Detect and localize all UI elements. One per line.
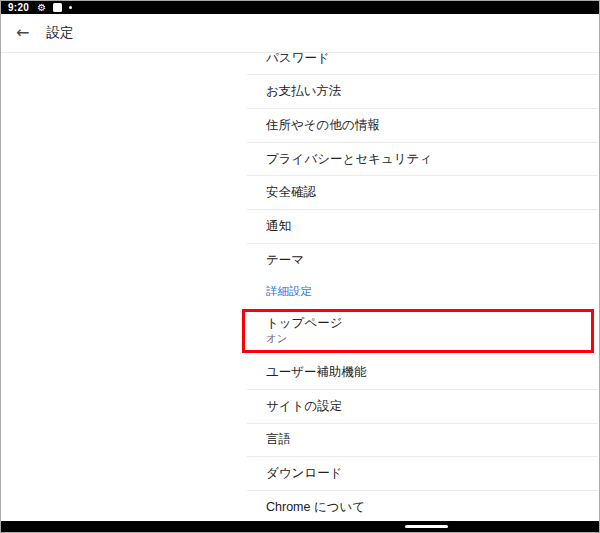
back-button[interactable]: ← bbox=[16, 25, 29, 41]
item-label: サイトの設定 bbox=[266, 398, 342, 415]
app-notification-square-icon bbox=[53, 3, 62, 12]
item-label: お支払い方法 bbox=[266, 83, 342, 100]
settings-item-languages[interactable]: 言語 bbox=[247, 424, 598, 458]
settings-item-accessibility[interactable]: ユーザー補助機能 bbox=[247, 356, 598, 390]
gesture-nav-bar bbox=[1, 521, 599, 532]
settings-item-homepage[interactable]: トップページ オン bbox=[245, 312, 591, 350]
item-label: 住所やその他の情報 bbox=[266, 117, 380, 134]
settings-item-site-settings[interactable]: サイトの設定 bbox=[247, 390, 598, 424]
settings-item-passwords[interactable]: パスワード bbox=[247, 42, 598, 76]
item-status: オン bbox=[266, 331, 591, 345]
highlight-annotation-box: トップページ オン bbox=[242, 309, 594, 353]
item-label: 言語 bbox=[266, 431, 291, 448]
settings-item-about-chrome[interactable]: Chrome について bbox=[247, 491, 598, 525]
item-label: テーマ bbox=[266, 252, 304, 269]
settings-item-theme[interactable]: テーマ bbox=[247, 244, 598, 278]
back-arrow-icon: ← bbox=[16, 23, 29, 42]
page-title: 設定 bbox=[46, 24, 73, 42]
item-label: 通知 bbox=[266, 218, 291, 235]
settings-list: パスワード お支払い方法 住所やその他の情報 プライバシーとセキュリティ 安全確… bbox=[247, 53, 598, 525]
gear-icon: ⚙ bbox=[37, 3, 46, 13]
status-time: 9:20 bbox=[8, 1, 29, 14]
item-label: ダウンロード bbox=[266, 465, 342, 482]
settings-item-addresses[interactable]: 住所やその他の情報 bbox=[247, 109, 598, 143]
settings-item-payment-methods[interactable]: お支払い方法 bbox=[247, 75, 598, 109]
settings-item-downloads[interactable]: ダウンロード bbox=[247, 457, 598, 491]
settings-item-privacy-security[interactable]: プライバシーとセキュリティ bbox=[247, 143, 598, 177]
advanced-settings-link[interactable]: 詳細設定 bbox=[247, 278, 598, 305]
item-label: 安全確認 bbox=[266, 184, 316, 201]
home-indicator[interactable] bbox=[405, 525, 448, 528]
notification-dot-icon bbox=[69, 6, 72, 9]
item-label: パスワード bbox=[266, 50, 330, 67]
item-label: プライバシーとセキュリティ bbox=[266, 151, 432, 168]
item-label: Chrome について bbox=[266, 499, 365, 516]
device-screen: 9:20 ⚙ ← 設定 パスワード お支払い方法 住所やその他の情報 プライバシ… bbox=[0, 0, 600, 533]
item-label: トップページ bbox=[266, 316, 591, 332]
settings-item-safety-check[interactable]: 安全確認 bbox=[247, 176, 598, 210]
item-label: ユーザー補助機能 bbox=[266, 364, 367, 381]
settings-item-notifications[interactable]: 通知 bbox=[247, 210, 598, 244]
status-bar: 9:20 ⚙ bbox=[1, 1, 599, 14]
advanced-label: 詳細設定 bbox=[266, 284, 312, 299]
